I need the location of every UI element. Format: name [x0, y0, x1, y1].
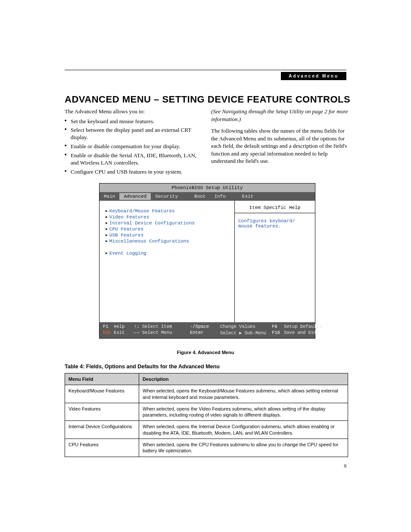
cross-reference-note: (See Navigating through the Setup Utilit… — [211, 108, 349, 123]
bios-help-pane: Item Specific Help Configures keyboard/ … — [234, 201, 315, 322]
intro-list: Set the keyboard and mouse features. Sel… — [65, 118, 202, 176]
page-title: ADVANCED MENU – SETTING DEVICE FEATURE C… — [65, 94, 350, 105]
key-leftright: ←→ — [134, 330, 140, 335]
label-select-submenu: Select ▶ Sub-Menu — [220, 330, 272, 336]
list-item: Select between the display panel and an … — [65, 127, 202, 141]
cell-desc: When selected, opens the Internal Device… — [139, 421, 348, 439]
key-esc: ESC — [103, 330, 111, 335]
table-row: CPU Features When selected, opens the CP… — [65, 439, 348, 457]
cell-field: Keyboard/Mouse Features — [65, 385, 139, 403]
label-setup-defaults: Setup Defaults — [284, 324, 322, 329]
bios-item: USB Features — [106, 233, 231, 238]
table-row: Internal Device Configurations When sele… — [65, 421, 348, 439]
bios-item: Video Features — [106, 215, 231, 220]
intro-column: The Advanced Menu allows you to: Set the… — [65, 108, 202, 177]
bios-tab-bar: Main Advanced Security Boot Info Exit — [100, 192, 315, 201]
label-save-exit: Save and Exit — [284, 330, 322, 336]
key-f9: F9 — [272, 324, 284, 329]
bios-window-title: PhoenixBIOS Setup Utility — [100, 184, 315, 192]
key-f1: F1 — [103, 324, 109, 329]
bios-tab-exit: Exit — [238, 193, 258, 200]
label-select-item: Select Item — [142, 324, 172, 329]
list-item: Enable or disable compensation for your … — [65, 143, 202, 150]
bios-item: Internal Device Configurations — [106, 221, 231, 226]
bios-footer: F1 Help ↑↓ Select Item -/Space Change Va… — [100, 322, 315, 338]
bios-tab-boot: Boot — [190, 193, 210, 200]
bios-help-title: Item Specific Help — [238, 205, 311, 210]
list-item: Set the keyboard and mouse features. — [65, 118, 202, 125]
bios-menu-pane: Keyboard/Mouse Features Video Features I… — [100, 201, 234, 322]
intro-lead: The Advanced Menu allows you to: — [65, 108, 202, 115]
label-select-menu: Select Menu — [142, 330, 172, 335]
cell-field: Internal Device Configurations — [65, 421, 139, 439]
table-row: Video Features When selected, opens the … — [65, 403, 348, 421]
cell-field: Video Features — [65, 403, 139, 421]
bios-tab-main: Main — [100, 193, 119, 200]
fields-table: Menu Field Description Keyboard/Mouse Fe… — [65, 373, 348, 457]
bios-help-text: Configures keyboard/ mouse features. — [238, 218, 311, 229]
bios-tab-info: Info — [210, 193, 230, 200]
list-item: Enable or disable the Serial ATA, IDE, B… — [65, 152, 202, 167]
bios-screenshot: PhoenixBIOS Setup Utility Main Advanced … — [99, 183, 315, 339]
top-rule — [65, 70, 346, 70]
cell-desc: When selected, opens the Keyboard/Mouse … — [139, 385, 348, 403]
key-enter: Enter — [190, 330, 220, 336]
figure-caption: Figure 4. Advanced Menu — [0, 350, 411, 355]
bios-tab-advanced: Advanced — [119, 193, 151, 200]
section-badge: Advanced Menu — [281, 72, 346, 80]
right-column: (See Navigating through the Setup Utilit… — [211, 108, 349, 165]
label-help: Help — [114, 324, 125, 329]
label-change-values: Change Values — [220, 324, 272, 329]
list-item: Configure CPU and USB features in your s… — [65, 168, 202, 176]
key-minus-space: -/Space — [190, 324, 220, 329]
label-exit: Exit — [114, 330, 125, 335]
table-title: Table 4: Fields, Options and Defaults fo… — [65, 364, 220, 370]
key-f10: F10 — [272, 330, 284, 336]
key-updown: ↑↓ — [134, 324, 140, 329]
table-header-desc: Description — [139, 373, 348, 385]
table-row: Keyboard/Mouse Features When selected, o… — [65, 385, 348, 403]
page-number: 9 — [344, 463, 346, 470]
bios-item: Miscellaneous Configurations — [106, 239, 231, 244]
bios-item: CPU Features — [106, 227, 231, 232]
cell-desc: When selected, opens the Video Features … — [139, 403, 348, 421]
cell-desc: When selected, opens the CPU Features su… — [139, 439, 348, 457]
table-header-field: Menu Field — [65, 373, 139, 385]
bios-item: Event Logging — [106, 251, 231, 256]
bios-item: Keyboard/Mouse Features — [106, 208, 231, 214]
cell-field: CPU Features — [65, 439, 139, 457]
bios-tab-security: Security — [151, 193, 182, 200]
right-paragraph: The following tables show the names of t… — [211, 127, 349, 165]
